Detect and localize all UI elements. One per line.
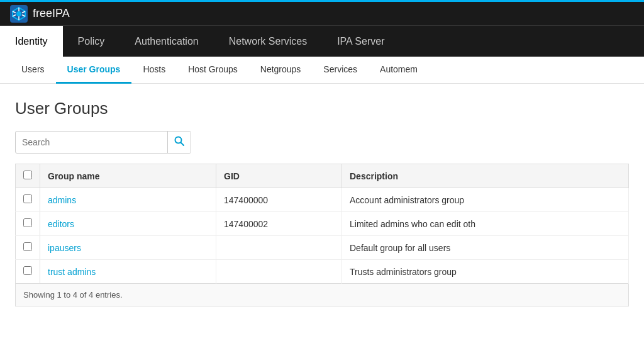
user-groups-table: Group name GID Description admins1474000… [15,164,629,284]
search-input[interactable] [16,133,167,152]
col-header-description: Description [342,164,629,188]
row-2-name-link[interactable]: ipausers [48,243,81,253]
sub-nav-hosts[interactable]: Hosts [131,57,177,84]
row-1-description-cell: Limited admins who can edit oth [342,212,629,236]
row-1-checkbox-cell [16,212,40,236]
row-0-gid-cell: 147400000 [216,188,342,212]
row-2-gid-cell [216,236,342,260]
search-bar [15,131,191,154]
nav-item-authentication[interactable]: Authentication [119,26,213,57]
row-3-description-cell: Trusts administrators group [342,260,629,284]
row-2-description-cell: Default group for all users [342,236,629,260]
row-2-checkbox-cell [16,236,40,260]
row-3-checkbox[interactable] [23,266,32,275]
sub-nav-netgroups[interactable]: Netgroups [249,57,313,84]
row-1-checkbox[interactable] [23,218,32,227]
nav-item-network-services[interactable]: Network Services [214,26,322,57]
row-2-name-cell: ipausers [40,236,216,260]
row-0-description-cell: Account administrators group [342,188,629,212]
content-area: User Groups Group name GID [0,84,644,322]
app-name: freeIPA [33,7,70,20]
svg-line-10 [181,143,184,146]
row-0-name-link[interactable]: admins [48,195,76,205]
table-row: trust adminsTrusts administrators group [16,260,629,284]
col-header-group-name: Group name [40,164,216,188]
row-3-gid-cell [216,260,342,284]
row-2-checkbox[interactable] [23,242,32,251]
sub-nav-user-groups[interactable]: User Groups [56,57,132,84]
freeipa-logo-icon [10,5,28,23]
sub-nav-automem[interactable]: Automem [369,57,429,84]
row-1-name-link[interactable]: editors [48,219,74,229]
logo-area: freeIPA [10,5,70,23]
nav-item-policy[interactable]: Policy [63,26,120,57]
row-3-checkbox-cell [16,260,40,284]
sub-nav-users[interactable]: Users [10,57,56,84]
row-0-checkbox[interactable] [23,194,32,203]
nav-item-ipa-server[interactable]: IPA Server [322,26,399,57]
row-1-gid-cell: 147400002 [216,212,342,236]
sub-nav: Users User Groups Hosts Host Groups Netg… [0,57,644,84]
page-title: User Groups [15,99,629,118]
row-0-name-cell: admins [40,188,216,212]
row-1-name-cell: editors [40,212,216,236]
nav-item-identity[interactable]: Identity [0,26,63,57]
row-3-name-cell: trust admins [40,260,216,284]
table-header-row: Group name GID Description [16,164,629,188]
col-header-gid: GID [216,164,342,188]
table-row: editors147400002Limited admins who can e… [16,212,629,236]
table-row: admins147400000Account administrators gr… [16,188,629,212]
main-nav: Identity Policy Authentication Network S… [0,25,644,57]
row-0-checkbox-cell [16,188,40,212]
search-button[interactable] [167,132,191,153]
sub-nav-services[interactable]: Services [312,57,369,84]
col-header-checkbox [16,164,40,188]
row-3-name-link[interactable]: trust admins [48,267,96,277]
top-bar: freeIPA [0,0,644,25]
select-all-checkbox[interactable] [23,171,32,179]
table-footer: Showing 1 to 4 of 4 entries. [15,284,629,306]
table-row: ipausersDefault group for all users [16,236,629,260]
search-icon [174,136,184,146]
sub-nav-host-groups[interactable]: Host Groups [177,57,249,84]
svg-point-2 [16,11,21,16]
